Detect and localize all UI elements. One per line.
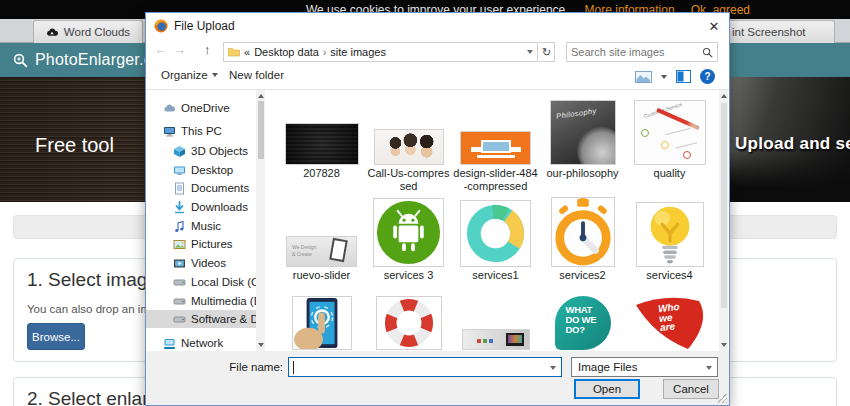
- file-upload-dialog: File Upload ✕ ← → ↑ « Desktop data › sit…: [145, 12, 730, 406]
- file-item[interactable]: Who we are: [626, 293, 713, 350]
- scroll-down-icon[interactable]: [258, 343, 264, 347]
- file-label: our-philosophy: [546, 165, 618, 191]
- zoom-in-icon: [13, 53, 28, 68]
- file-label: 207828: [303, 165, 340, 191]
- sidebar-item-downloads[interactable]: Downloads: [146, 198, 256, 216]
- address-dropdown-icon[interactable]: [527, 50, 533, 54]
- sidebar-scrollbar[interactable]: [256, 90, 265, 351]
- scroll-up-icon[interactable]: [721, 94, 727, 98]
- sidebar-scrollbar-thumb[interactable]: [258, 101, 264, 159]
- sidebar-label: Videos: [191, 257, 226, 269]
- sidebar-item-local-disk-c[interactable]: Local Disk (C:): [146, 273, 256, 291]
- file-item[interactable]: Philosophy our-philosophy: [539, 90, 626, 191]
- file-name-input[interactable]: [288, 357, 562, 377]
- documents-icon: [173, 182, 186, 195]
- sidebar-item-multimedia-d[interactable]: Multimedia (D:): [146, 292, 256, 310]
- breadcrumb-folder[interactable]: Desktop data: [254, 46, 319, 58]
- tab-word-clouds[interactable]: Word Clouds: [33, 20, 143, 43]
- sidebar-label: Documents: [191, 182, 249, 194]
- dialog-titlebar[interactable]: File Upload ✕: [146, 13, 729, 39]
- file-thumbnail: [460, 131, 531, 165]
- file-item[interactable]: Call-Us-compres sed: [365, 90, 452, 191]
- file-item[interactable]: We Design & Create ruevo-slider: [278, 191, 365, 293]
- up-icon[interactable]: ↑: [204, 42, 211, 57]
- text-caret: [293, 361, 294, 374]
- sidebar-label: Network: [181, 337, 223, 349]
- sidebar-item-music[interactable]: Music: [146, 217, 256, 235]
- file-label: services4: [646, 267, 692, 293]
- cancel-button[interactable]: Cancel: [663, 379, 719, 399]
- sidebar-item-documents[interactable]: Documents: [146, 179, 256, 197]
- file-row: 207828 Call-Us-compres sed design-slider…: [278, 90, 719, 191]
- file-grid-scrollbar[interactable]: [719, 90, 728, 351]
- sidebar-label: Downloads: [191, 201, 248, 213]
- sidebar-item-software-docs[interactable]: Software & Docu: [146, 310, 256, 328]
- file-item[interactable]: 207828: [278, 90, 365, 191]
- dialog-navbar: ← → ↑ « Desktop data › site images ↻: [146, 40, 729, 64]
- file-thumbnail: [292, 296, 352, 350]
- tab-screenshot-label: int Screenshot: [732, 26, 806, 38]
- hero-caption-right: Upload and se: [735, 134, 850, 154]
- file-label: design-slider-484 -compressed: [453, 165, 537, 191]
- refresh-button[interactable]: ↻: [539, 42, 555, 62]
- file-name-dropdown-icon[interactable]: [550, 366, 556, 370]
- breadcrumb-overflow[interactable]: «: [244, 46, 250, 58]
- file-item[interactable]: WHAT DO WE DO?: [539, 293, 626, 350]
- browse-button[interactable]: Browse...: [27, 323, 85, 350]
- file-label: services 3: [384, 267, 434, 293]
- sidebar-label: 3D Objects: [191, 145, 248, 157]
- sidebar-item-videos[interactable]: Videos: [146, 254, 256, 272]
- preview-pane-icon[interactable]: [676, 70, 691, 83]
- file-item[interactable]: services4: [626, 191, 713, 293]
- file-item[interactable]: services2: [539, 191, 626, 293]
- breadcrumb-current-folder[interactable]: site images: [330, 46, 386, 58]
- thumbnail-view-icon[interactable]: [635, 70, 652, 84]
- scroll-up-icon[interactable]: [258, 94, 264, 98]
- view-dropdown-icon[interactable]: [661, 75, 667, 79]
- file-name-label: File name:: [186, 361, 283, 373]
- file-item[interactable]: [452, 293, 539, 350]
- new-folder-label: New folder: [229, 69, 284, 81]
- file-item[interactable]: services 3: [365, 191, 452, 293]
- sidebar-item-onedrive[interactable]: OneDrive: [146, 99, 256, 117]
- resize-grip[interactable]: [717, 393, 727, 403]
- file-grid-scrollbar-thumb[interactable]: [721, 103, 727, 308]
- organize-caret-icon: [212, 73, 218, 77]
- file-type-select[interactable]: Image Files: [571, 357, 718, 377]
- search-box[interactable]: [566, 42, 718, 62]
- address-bar[interactable]: « Desktop data › site images: [223, 42, 538, 62]
- sidebar-label: Music: [191, 220, 221, 232]
- sidebar-label: Desktop: [191, 164, 233, 176]
- file-thumbnail: Philosophy: [550, 100, 616, 165]
- file-item[interactable]: [365, 293, 452, 350]
- organize-menu[interactable]: Organize: [161, 69, 218, 81]
- sidebar-item-network[interactable]: Network: [146, 334, 256, 351]
- search-input[interactable]: [571, 46, 702, 58]
- help-icon[interactable]: ?: [700, 69, 715, 84]
- file-item[interactable]: Customer Service quality: [626, 90, 713, 191]
- file-row: We Design & Create ruevo-slider: [278, 191, 719, 293]
- sidebar-item-pictures[interactable]: Pictures: [146, 235, 256, 253]
- file-thumbnail: [373, 198, 444, 267]
- scroll-down-icon[interactable]: [721, 343, 727, 347]
- file-item[interactable]: [278, 293, 365, 350]
- forward-icon[interactable]: →: [173, 42, 186, 57]
- sidebar-item-this-pc[interactable]: This PC: [146, 122, 256, 140]
- drive-icon: [173, 276, 186, 289]
- file-item[interactable]: design-slider-484 -compressed: [452, 90, 539, 191]
- dialog-footer: File name: Image Files Open Cancel: [146, 351, 729, 405]
- sidebar-item-3d-objects[interactable]: 3D Objects: [146, 142, 256, 160]
- file-thumbnail: [551, 197, 615, 267]
- dialog-toolbar: Organize New folder ?: [146, 66, 729, 88]
- file-label: Call-Us-compres sed: [368, 165, 450, 191]
- close-icon[interactable]: ✕: [705, 17, 723, 35]
- back-icon[interactable]: ←: [154, 42, 167, 57]
- sidebar-item-desktop[interactable]: Desktop: [146, 161, 256, 179]
- open-button[interactable]: Open: [574, 379, 640, 399]
- file-item[interactable]: services1: [452, 191, 539, 293]
- file-thumbnail: WHAT DO WE DO?: [550, 296, 616, 350]
- sidebar-label: Local Disk (C:): [191, 276, 256, 288]
- new-folder-button[interactable]: New folder: [229, 69, 284, 81]
- thumbnail-text: Who we are: [657, 302, 682, 333]
- file-thumbnail: [374, 129, 444, 165]
